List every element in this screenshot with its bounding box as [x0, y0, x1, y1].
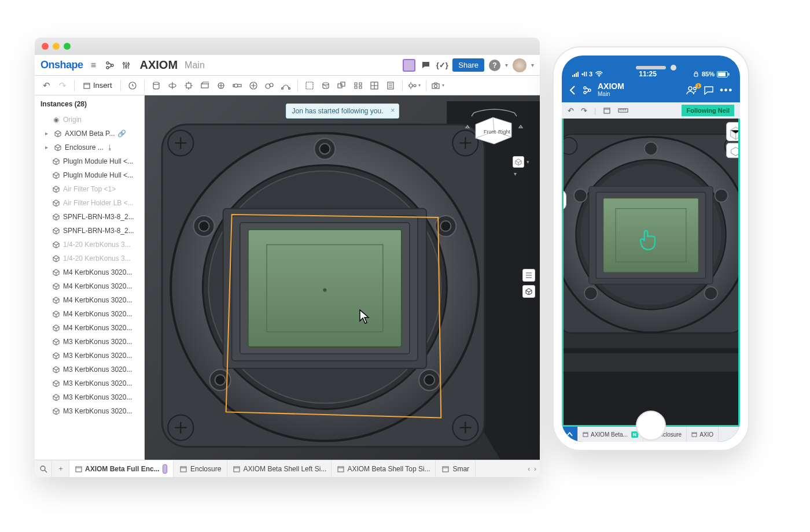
model-canvas[interactable]: Jon has started following you. × Front R…	[145, 95, 540, 460]
tree-row[interactable]: M4 KerbKonus 3020...	[35, 307, 144, 321]
tree-row[interactable]: M3 KerbKonus 3020...	[35, 376, 144, 390]
help-icon[interactable]: ?	[489, 60, 500, 71]
chevron-right-icon[interactable]: ▸	[45, 142, 51, 153]
chat-icon[interactable]	[704, 86, 714, 95]
tab-filter-icon[interactable]	[35, 460, 52, 477]
tool-replicate-icon[interactable]	[335, 79, 349, 93]
home-button[interactable]	[636, 411, 666, 441]
tool-revolve-icon[interactable]	[165, 79, 179, 93]
chevron-right-icon[interactable]: ▸	[45, 128, 51, 139]
tool-relation-icon[interactable]	[279, 79, 293, 93]
menu-icon[interactable]: ≡	[88, 60, 100, 71]
tool-section-icon[interactable]	[319, 79, 333, 93]
follower-avatar[interactable]	[403, 59, 415, 72]
tool-parallel-icon[interactable]	[246, 79, 260, 93]
svg-point-88	[704, 287, 717, 300]
tree-row[interactable]: 1/4-20 KerbKonus 3...	[35, 252, 144, 265]
tree-row[interactable]: SPNFL-BRN-M3-8_2...	[35, 210, 144, 224]
configure-icon[interactable]	[120, 60, 132, 71]
tree-origin[interactable]: ◉ Origin	[35, 113, 144, 127]
tree-row[interactable]: M3 KerbKonus 3020...	[35, 349, 144, 363]
featurescript-icon[interactable]: {✓}	[436, 60, 448, 71]
document-tab[interactable]: AXIOM Beta Shell Left Si...	[227, 460, 332, 477]
tool-fasten-icon[interactable]	[182, 79, 196, 93]
document-tab[interactable]: Smar	[436, 460, 476, 477]
view-cube[interactable]: Front Right	[462, 107, 526, 149]
tool-planar-icon[interactable]	[198, 79, 212, 93]
tree-row[interactable]: M4 KerbKonus 3020...	[35, 265, 144, 279]
maximize-window-icon[interactable]	[64, 43, 71, 50]
p-measure-icon[interactable]	[618, 107, 628, 114]
tool-gears-icon[interactable]: ▾	[407, 79, 421, 93]
tree-label: Enclosure ...	[65, 142, 104, 153]
tree-row[interactable]: M3 KerbKonus 3020...	[35, 363, 144, 376]
viewcube-front-label[interactable]: Front	[484, 129, 496, 135]
tab-add-icon[interactable]: ＋	[52, 460, 69, 477]
p-redo-icon[interactable]: ↷	[581, 106, 587, 115]
phone-tab-expand-icon[interactable]	[562, 427, 578, 442]
back-icon[interactable]	[569, 85, 577, 95]
tool-cylinder-icon[interactable]	[149, 79, 163, 93]
tree-label: SPNFL-BRN-M3-8_2...	[63, 226, 134, 236]
tool-tangent-icon[interactable]	[263, 79, 277, 93]
tree-label: M4 KerbKonus 3020...	[63, 323, 132, 333]
minimize-window-icon[interactable]	[53, 43, 60, 50]
following-badge[interactable]: Following Neil	[682, 105, 734, 116]
isometric-toggle-icon[interactable]	[522, 285, 535, 298]
tree-row[interactable]: M3 KerbKonus 3020...	[35, 390, 144, 404]
tree-row[interactable]: PlugIn Module Hull <...	[35, 168, 144, 182]
feature-tree[interactable]: Instances (28) ◉ Origin ▸AXIOM Beta P...…	[35, 95, 145, 460]
tree-row[interactable]: M3 KerbKonus 3020...	[35, 335, 144, 349]
comment-icon[interactable]	[420, 60, 432, 71]
tool-group-icon[interactable]	[303, 79, 316, 93]
tree-row[interactable]: ▸Enclosure ... ⭳	[35, 141, 144, 154]
tree-row[interactable]: Air Filter Top <1>	[35, 182, 144, 196]
insert-button[interactable]: Insert	[79, 79, 116, 91]
tree-row[interactable]: M4 KerbKonus 3020...	[35, 293, 144, 307]
version-graph-icon[interactable]	[104, 60, 116, 71]
brand-logo[interactable]: Onshape	[41, 59, 83, 71]
tool-pattern-icon[interactable]	[351, 79, 365, 93]
tree-row[interactable]: PlugIn Module Hull <...	[35, 154, 144, 168]
svg-rect-63	[694, 73, 698, 76]
p-views-icon[interactable]	[603, 106, 611, 114]
tree-row[interactable]: ▸AXIOM Beta P... 🔗	[35, 127, 144, 141]
more-icon[interactable]: •••	[720, 85, 733, 95]
tree-row[interactable]: M3 KerbKonus 3020...	[35, 404, 144, 418]
tree-row[interactable]: M4 KerbKonus 3020...	[35, 279, 144, 293]
tool-slider-icon[interactable]	[230, 79, 244, 93]
p-undo-icon[interactable]: ↶	[568, 106, 574, 115]
tree-row[interactable]: SPNFL-BRN-M3-8_2...	[35, 224, 144, 238]
tool-camera-icon[interactable]: ▾	[431, 79, 445, 93]
phone-canvas[interactable]	[562, 119, 740, 427]
viewcube-right-label[interactable]: Right	[498, 129, 511, 135]
document-tab[interactable]: Enclosure	[174, 460, 227, 477]
share-button[interactable]: Share	[452, 58, 484, 72]
toast-close-icon[interactable]: ×	[391, 106, 395, 114]
svg-point-42	[319, 143, 330, 154]
phone-tab[interactable]: AXIOM Beta...N	[578, 427, 643, 442]
collab-icon[interactable]	[686, 86, 698, 95]
document-tab[interactable]: AXIOM Beta Full Enc...	[69, 460, 174, 477]
tree-row[interactable]: Air Filter Holder LB <...	[35, 196, 144, 210]
tree-row[interactable]: M4 KerbKonus 3020...	[35, 321, 144, 335]
tool-bom-icon[interactable]	[384, 79, 397, 93]
tool-clock-icon[interactable]	[126, 79, 139, 93]
document-tab[interactable]: AXIOM Beta Shell Top Si...	[332, 460, 436, 477]
graph-icon[interactable]	[583, 86, 592, 95]
workspace-label[interactable]: Main	[185, 60, 205, 71]
tool-ball-icon[interactable]	[214, 79, 228, 93]
undo-icon[interactable]: ↶	[39, 79, 53, 93]
tab-scroll-nav[interactable]: ‹ ›	[524, 460, 540, 477]
close-window-icon[interactable]	[42, 43, 49, 50]
display-mode-dropdown[interactable]: ▾	[513, 156, 529, 168]
mate-list-toggle-icon[interactable]	[522, 269, 535, 282]
phone-tab[interactable]: AXIO	[687, 427, 719, 442]
user-avatar[interactable]	[513, 58, 526, 72]
expand-views-icon[interactable]: ▾	[514, 171, 517, 177]
assembly-icon	[179, 465, 187, 473]
panel-toggles	[522, 269, 535, 298]
redo-icon[interactable]: ↷	[56, 79, 69, 93]
tree-row[interactable]: 1/4-20 KerbKonus 3...	[35, 238, 144, 252]
tool-display-icon[interactable]	[367, 79, 381, 93]
